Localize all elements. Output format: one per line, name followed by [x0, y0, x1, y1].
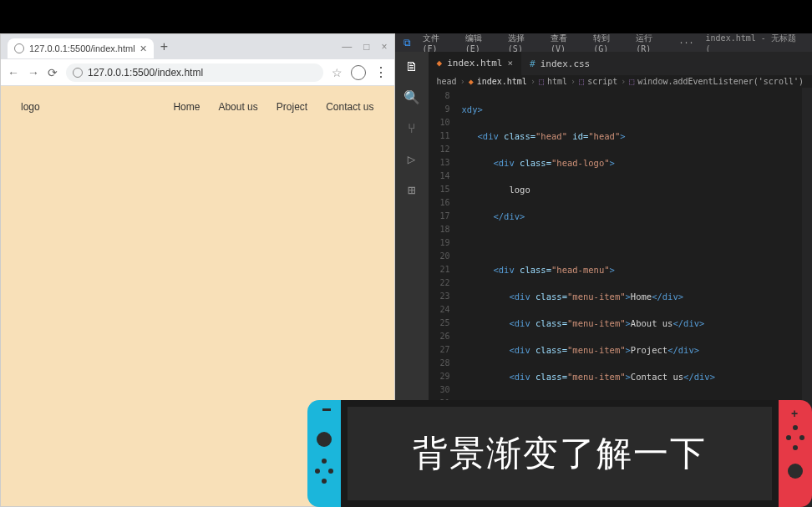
profile-icon[interactable] — [351, 65, 366, 80]
bc-script: script — [587, 77, 617, 86]
nav-project[interactable]: Project — [277, 101, 307, 113]
minimize-button[interactable]: — — [342, 41, 352, 53]
caption-text: 背景渐变了解一下 — [413, 430, 707, 477]
address-bar: ← → ⟳ 127.0.0.1:5500/index.html ☆ ⋮ — [1, 59, 394, 86]
menu-run[interactable]: 运行(R) — [636, 33, 667, 53]
info-icon — [73, 68, 83, 78]
html-file-icon: ◆ — [437, 58, 443, 68]
bookmark-icon[interactable]: ☆ — [332, 66, 343, 79]
new-tab-button[interactable]: + — [160, 39, 168, 54]
browser-menu-button[interactable]: ⋮ — [374, 64, 388, 80]
bc-folder: head — [437, 77, 457, 86]
html-file-icon: ◆ — [469, 77, 474, 86]
menu-goto[interactable]: 转到(G) — [593, 33, 624, 53]
browser-tab[interactable]: 127.0.0.1:5500/index.html × — [8, 38, 154, 58]
extensions-icon[interactable]: ⊞ — [408, 182, 416, 198]
close-tab-icon[interactable]: × — [507, 58, 513, 68]
logo: logo — [21, 101, 40, 113]
top-black-bar — [0, 0, 812, 33]
chevron-icon: › — [460, 77, 465, 86]
source-control-icon[interactable]: ⑂ — [408, 120, 416, 136]
menu-more[interactable]: ··· — [678, 38, 693, 48]
nav-menu: Home About us Project Contact us — [173, 101, 373, 113]
minus-icon — [322, 408, 331, 411]
chevron-icon: › — [530, 77, 535, 86]
chevron-icon: › — [571, 77, 576, 86]
menu-view[interactable]: 查看(V) — [551, 33, 581, 53]
tag-icon: ⬚ — [539, 77, 544, 86]
menu-file[interactable]: 文件(F) — [423, 33, 454, 53]
bc-file: index.html — [477, 77, 527, 86]
switch-screen: 背景渐变了解一下 — [341, 400, 779, 507]
maximize-button[interactable]: □ — [363, 41, 369, 53]
explorer-icon[interactable]: 🗎 — [405, 58, 419, 74]
browser-tab-strip: 127.0.0.1:5500/index.html × + — □ × — [1, 34, 394, 59]
joycon-left — [307, 400, 341, 507]
editor-title: index.html - 无标题 ( — [706, 33, 804, 53]
tab-index-css[interactable]: # index.css — [521, 52, 598, 75]
page-header: logo Home About us Project Contact us — [21, 101, 374, 113]
nav-about[interactable]: About us — [218, 101, 257, 113]
right-stick — [788, 464, 803, 479]
close-window-button[interactable]: × — [382, 41, 388, 53]
run-debug-icon[interactable]: ▷ — [408, 151, 416, 167]
joycon-right: + — [779, 400, 812, 507]
tab-label: index.css — [540, 58, 591, 69]
vscode-icon: ⧉ — [403, 37, 411, 48]
breadcrumbs[interactable]: head › ◆ index.html › ⬚ html › ⬚ script … — [429, 75, 812, 88]
chevron-icon: › — [621, 77, 626, 86]
url-text: 127.0.0.1:5500/index.html — [88, 67, 203, 79]
reload-button[interactable]: ⟳ — [48, 66, 58, 79]
editor-tabs: ◆ index.html × # index.css — [429, 52, 812, 75]
search-icon[interactable]: 🔍 — [403, 89, 420, 105]
tag-icon: ⬚ — [579, 77, 584, 86]
back-button[interactable]: ← — [8, 66, 19, 79]
function-icon: ⬚ — [629, 77, 634, 86]
menu-select[interactable]: 选择(S) — [508, 33, 539, 53]
tab-label: index.html — [447, 58, 502, 68]
css-file-icon: # — [530, 58, 535, 69]
forward-button[interactable]: → — [28, 66, 39, 79]
left-stick — [317, 432, 332, 447]
url-input[interactable]: 127.0.0.1:5500/index.html — [66, 63, 323, 82]
menu-edit[interactable]: 编辑(E) — [465, 33, 496, 53]
plus-icon: + — [791, 407, 798, 420]
close-tab-icon[interactable]: × — [140, 42, 147, 55]
tab-title: 127.0.0.1:5500/index.html — [29, 43, 135, 53]
bc-html: html — [547, 77, 567, 86]
tab-index-html[interactable]: ◆ index.html × — [429, 52, 521, 75]
editor-menubar: ⧉ 文件(F) 编辑(E) 选择(S) 查看(V) 转到(G) 运行(R) ··… — [395, 33, 812, 52]
globe-icon — [14, 43, 24, 53]
window-controls: — □ × — [342, 41, 387, 53]
nav-home[interactable]: Home — [173, 101, 200, 113]
switch-overlay: 背景渐变了解一下 + — [307, 400, 812, 507]
nav-contact[interactable]: Contact us — [326, 101, 373, 113]
bc-fn: window.addEventListener('scroll') — [637, 77, 804, 86]
